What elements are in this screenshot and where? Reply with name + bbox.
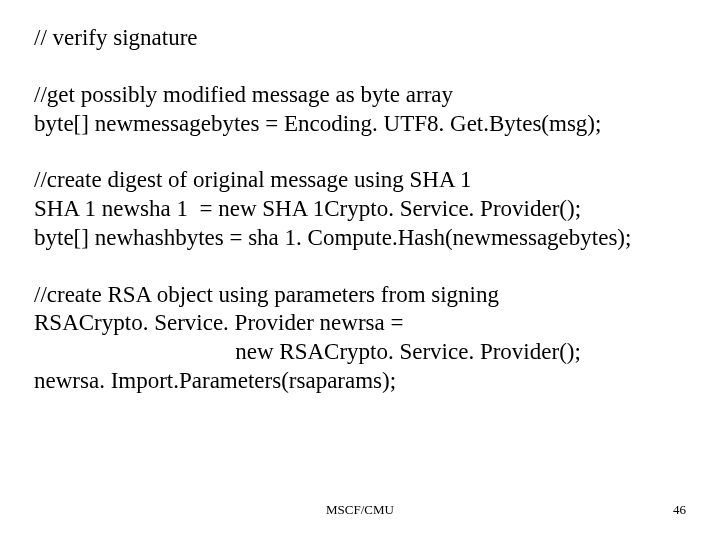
code-line: // verify signature xyxy=(34,24,686,53)
footer-text: MSCF/CMU xyxy=(0,502,720,518)
code-line: //create digest of original message usin… xyxy=(34,166,686,252)
code-block: // verify signature //get possibly modif… xyxy=(34,24,686,396)
code-line: //get possibly modified message as byte … xyxy=(34,81,686,139)
code-line: //create RSA object using parameters fro… xyxy=(34,281,686,396)
page-number: 46 xyxy=(673,502,686,518)
slide: // verify signature //get possibly modif… xyxy=(0,0,720,540)
